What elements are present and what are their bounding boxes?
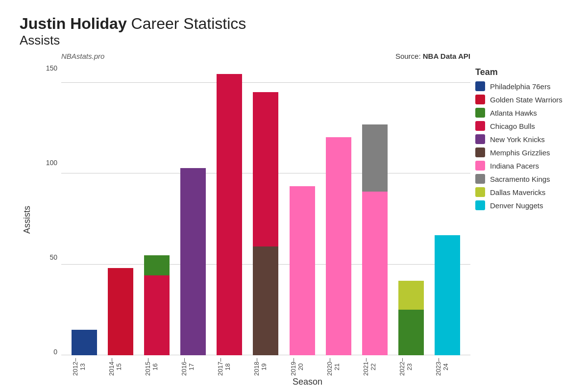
bar-segment bbox=[362, 124, 388, 192]
legend-label: Dallas Mavericks bbox=[490, 188, 545, 196]
legend-label: Indiana Pacers bbox=[490, 162, 539, 170]
bar-segment bbox=[144, 255, 170, 275]
bar-segment bbox=[253, 246, 278, 355]
y-axis: 150100500 bbox=[37, 62, 61, 375]
y-tick: 50 bbox=[49, 254, 57, 261]
legend-swatch bbox=[475, 147, 485, 157]
bar-group bbox=[290, 186, 315, 355]
bar-stack bbox=[217, 74, 242, 355]
legend-label: Chicago Bulls bbox=[490, 122, 535, 130]
legend-swatch bbox=[475, 121, 485, 131]
chart-title: Justin Holiday Career Statistics bbox=[20, 15, 578, 33]
x-label: 2023–24 bbox=[435, 357, 460, 377]
bar-stack bbox=[435, 235, 460, 355]
bar-segment bbox=[180, 168, 206, 355]
legend-label: Atlanta Hawks bbox=[490, 109, 537, 117]
bar-group bbox=[253, 92, 278, 355]
bars-container: 2012–132014–152015–162016–172017–182018–… bbox=[61, 62, 470, 375]
bar-stack bbox=[144, 255, 170, 355]
chart-subtitle: Assists bbox=[20, 33, 578, 48]
legend-item: Atlanta Hawks bbox=[475, 108, 573, 118]
bar-group bbox=[326, 137, 351, 355]
legend-swatch bbox=[475, 174, 485, 184]
legend-swatch bbox=[475, 200, 485, 210]
x-label: 2021–22 bbox=[362, 357, 388, 377]
legend-swatch bbox=[475, 134, 485, 144]
bar-stack bbox=[362, 124, 388, 355]
bar-segment bbox=[217, 74, 242, 355]
y-tick: 0 bbox=[53, 348, 57, 355]
y-tick: 100 bbox=[46, 159, 57, 166]
legend-swatch bbox=[475, 161, 485, 171]
bar-stack bbox=[398, 281, 424, 355]
bar-stack bbox=[180, 168, 206, 355]
x-label: 2014–15 bbox=[108, 357, 133, 377]
x-label: 2016–17 bbox=[180, 357, 206, 377]
title-block: Justin Holiday Career Statistics Assists bbox=[20, 15, 578, 48]
legend-item: Dallas Mavericks bbox=[475, 187, 573, 197]
legend-swatch bbox=[475, 108, 485, 118]
legend-item: New York Knicks bbox=[475, 134, 573, 144]
chart-inner: NBAstats.pro Source: NBA Data API 150100… bbox=[37, 52, 578, 387]
legend-label: Philadelphia 76ers bbox=[490, 82, 550, 91]
x-label: 2022–23 bbox=[398, 357, 424, 377]
legend-label: Golden State Warriors bbox=[490, 96, 563, 104]
bars-and-legend: 2012–132014–152015–162016–172017–182018–… bbox=[61, 62, 578, 375]
bar-segment bbox=[362, 192, 388, 355]
legend-label: Denver Nuggets bbox=[490, 201, 543, 210]
source-text: Source: NBA Data API bbox=[395, 52, 470, 60]
legend-swatch bbox=[475, 187, 485, 197]
bar-segment bbox=[398, 281, 424, 310]
bar-segment bbox=[326, 137, 351, 355]
legend-label: Sacramento Kings bbox=[490, 175, 550, 183]
bar-stack bbox=[72, 330, 97, 355]
bar-group bbox=[144, 255, 170, 355]
bar-segment bbox=[290, 186, 315, 355]
x-label: 2018–19 bbox=[253, 357, 278, 377]
legend-item: Golden State Warriors bbox=[475, 95, 573, 104]
legend-item: Philadelphia 76ers bbox=[475, 81, 573, 91]
bar-segment bbox=[72, 330, 97, 355]
x-label: 2012–13 bbox=[72, 357, 97, 377]
legend-item: Sacramento Kings bbox=[475, 174, 573, 184]
bar-segment bbox=[253, 92, 278, 246]
bar-group bbox=[217, 74, 242, 355]
legend-label: New York Knicks bbox=[490, 135, 545, 144]
bar-group bbox=[362, 124, 388, 355]
bar-group bbox=[398, 281, 424, 355]
y-tick: 150 bbox=[46, 65, 57, 72]
x-label: 2019–20 bbox=[290, 357, 315, 377]
bar-group bbox=[108, 268, 133, 355]
bar-group bbox=[435, 235, 460, 355]
chart-body: 150100500 2012–132014–152015–162016–1720… bbox=[37, 62, 578, 375]
legend-item: Chicago Bulls bbox=[475, 121, 573, 131]
x-label: 2015–16 bbox=[144, 357, 170, 377]
chart-area: Assists NBAstats.pro Source: NBA Data AP… bbox=[20, 52, 578, 387]
bar-group bbox=[72, 330, 97, 355]
legend-label: Memphis Grizzlies bbox=[490, 148, 550, 157]
bar-segment bbox=[108, 268, 133, 355]
bar-segment bbox=[144, 275, 170, 355]
bar-group bbox=[180, 168, 206, 355]
watermark-text: NBAstats.pro bbox=[61, 52, 104, 60]
bar-segment bbox=[398, 310, 424, 355]
legend-swatch bbox=[475, 95, 485, 104]
legend: Team Philadelphia 76ersGolden State Warr… bbox=[470, 62, 578, 375]
legend-item: Denver Nuggets bbox=[475, 200, 573, 210]
legend-item: Memphis Grizzlies bbox=[475, 147, 573, 157]
legend-item: Indiana Pacers bbox=[475, 161, 573, 171]
x-label: 2020–21 bbox=[326, 357, 351, 377]
x-axis-title: Season bbox=[37, 377, 578, 387]
bar-segment bbox=[435, 235, 460, 355]
y-axis-label: Assists bbox=[20, 52, 34, 387]
bar-stack bbox=[253, 92, 278, 355]
x-label: 2017–18 bbox=[217, 357, 242, 377]
bar-stack bbox=[326, 137, 351, 355]
legend-swatch bbox=[475, 81, 485, 91]
bar-stack bbox=[290, 186, 315, 355]
legend-title: Team bbox=[475, 67, 573, 77]
bar-stack bbox=[108, 268, 133, 355]
watermark-source-row: NBAstats.pro Source: NBA Data API bbox=[37, 52, 578, 60]
